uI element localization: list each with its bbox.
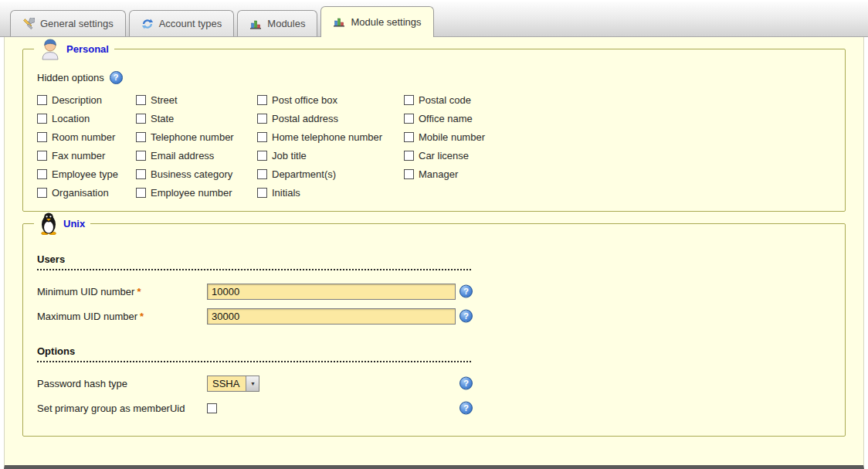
minimum-uid-input[interactable] [207, 284, 456, 300]
checkbox-label: Telephone number [151, 131, 234, 143]
hidden-option-departments[interactable]: Department(s) [257, 168, 404, 180]
member-uid-label: Set primary group as memberUid [37, 403, 207, 414]
hidden-option-employee-type[interactable]: Employee type [37, 168, 136, 180]
checkbox-label: Street [151, 94, 178, 106]
checkbox[interactable] [404, 151, 414, 161]
help-icon[interactable]: ? [459, 377, 473, 390]
checkbox-label: Postal address [272, 113, 338, 124]
checkbox[interactable] [404, 169, 414, 179]
minimum-uid-row: Minimum UID number* ? [37, 282, 845, 301]
checkbox-label: Mobile number [419, 131, 485, 143]
sync-icon [141, 18, 154, 30]
hidden-option-room-number[interactable]: Room number [37, 131, 136, 143]
checkbox-label: Employee type [52, 168, 118, 180]
required-marker: * [137, 286, 141, 297]
tools-icon [22, 18, 35, 30]
checkbox-label: Employee number [151, 187, 232, 199]
checkbox[interactable] [257, 188, 267, 198]
checkbox[interactable] [37, 169, 47, 179]
tab-label: Account types [159, 18, 222, 29]
checkbox-label: Job title [272, 150, 307, 161]
dropdown-arrow-icon: ▼ [246, 376, 259, 391]
checkbox[interactable] [37, 114, 47, 124]
checkbox[interactable] [136, 151, 146, 161]
hidden-option-post-office-box[interactable]: Post office box [257, 94, 404, 106]
tab-bar: General settings Account types Modules [0, 0, 868, 37]
checkbox[interactable] [404, 132, 414, 142]
checkbox[interactable] [257, 114, 267, 124]
hidden-option-manager[interactable]: Manager [404, 168, 845, 180]
dropdown-glyph: ▼ [250, 381, 256, 386]
tab-module-settings[interactable]: Module settings [320, 6, 433, 37]
help-icon[interactable]: ? [459, 402, 473, 415]
maximum-uid-row: Maximum UID number* ? [37, 307, 845, 325]
checkbox[interactable] [136, 95, 146, 105]
hidden-option-car-license[interactable]: Car license [404, 150, 845, 161]
hidden-option-employee-number[interactable]: Employee number [136, 187, 257, 199]
help-icon[interactable]: ? [459, 310, 473, 323]
hidden-option-mobile-number[interactable]: Mobile number [404, 131, 845, 143]
help-glyph: ? [463, 379, 469, 388]
help-glyph: ? [114, 73, 119, 82]
checkbox[interactable] [37, 95, 47, 105]
checkbox[interactable] [136, 169, 146, 179]
hidden-option-street[interactable]: Street [136, 94, 257, 106]
personal-legend: Personal [34, 37, 114, 60]
hidden-option-business-category[interactable]: Business category [136, 168, 257, 180]
password-hash-select[interactable]: SSHA ▼ [207, 376, 259, 392]
hidden-option-description[interactable]: Description [37, 94, 136, 106]
help-glyph: ? [463, 404, 469, 413]
maximum-uid-label: Maximum UID number* [37, 311, 207, 322]
checkbox[interactable] [257, 95, 267, 105]
hidden-option-location[interactable]: Location [37, 113, 136, 124]
help-glyph: ? [463, 312, 469, 321]
unix-legend: Unix [34, 212, 90, 235]
checkbox[interactable] [136, 114, 146, 124]
hidden-option-telephone-number[interactable]: Telephone number [136, 131, 257, 143]
checkbox[interactable] [37, 188, 47, 198]
tab-general-settings[interactable]: General settings [10, 10, 126, 36]
checkbox-label: Fax number [52, 150, 105, 161]
tab-modules[interactable]: Modules [237, 10, 317, 36]
help-icon[interactable]: ? [110, 71, 123, 84]
checkbox[interactable] [136, 132, 146, 142]
tab-label: Module settings [351, 16, 421, 28]
maximum-uid-input[interactable] [207, 308, 456, 325]
help-icon[interactable]: ? [459, 285, 473, 298]
checkbox[interactable] [136, 188, 146, 198]
checkbox-label: Department(s) [272, 168, 336, 180]
checkbox[interactable] [257, 169, 267, 179]
hidden-option-state[interactable]: State [136, 113, 257, 124]
checkbox[interactable] [404, 114, 414, 124]
hidden-option-home-telephone-number[interactable]: Home telephone number [257, 131, 404, 143]
hidden-option-email-address[interactable]: Email address [136, 150, 257, 161]
checkbox-label: Office name [419, 113, 473, 124]
hidden-option-initials[interactable]: Initials [257, 187, 404, 199]
chart-icon [333, 15, 345, 28]
checkbox-label: State [151, 113, 174, 124]
member-uid-checkbox[interactable] [207, 403, 217, 413]
checkbox[interactable] [257, 151, 267, 161]
hidden-option-organisation[interactable]: Organisation [37, 187, 136, 199]
checkbox-label: Home telephone number [272, 131, 382, 143]
module-settings-panel: Personal Hidden options ? Description St… [4, 37, 864, 469]
checkbox-label: Business category [151, 168, 232, 180]
checkbox-label: Email address [151, 150, 214, 161]
section-title-options: Options [37, 345, 471, 362]
checkbox[interactable] [37, 151, 47, 161]
tab-account-types[interactable]: Account types [129, 10, 235, 36]
hidden-option-postal-address[interactable]: Postal address [257, 113, 404, 124]
required-marker: * [140, 311, 144, 322]
password-hash-row: Password hash type SSHA ▼ ? [37, 374, 845, 393]
hidden-option-job-title[interactable]: Job title [257, 150, 404, 161]
hidden-option-postal-code[interactable]: Postal code [404, 94, 845, 106]
checkbox[interactable] [37, 132, 47, 142]
hidden-option-office-name[interactable]: Office name [404, 113, 845, 124]
unix-fieldset: Unix Users Minimum UID number* ? Maximum… [22, 212, 846, 437]
checkbox[interactable] [404, 95, 414, 105]
checkbox-label: Room number [52, 131, 115, 143]
member-uid-row: Set primary group as memberUid ? [37, 399, 845, 417]
checkbox[interactable] [257, 132, 267, 142]
hidden-option-fax-number[interactable]: Fax number [37, 150, 136, 161]
tab-label: General settings [40, 18, 114, 29]
